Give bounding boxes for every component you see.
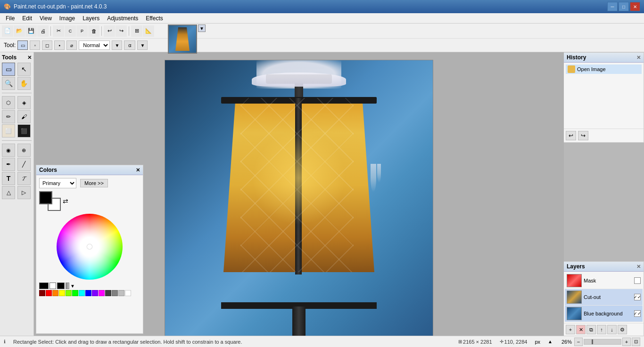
history-item-icon <box>568 65 575 73</box>
history-item-open-image[interactable]: Open Image <box>566 65 642 74</box>
open-button[interactable]: 📂 <box>14 25 25 37</box>
zoom-fit-button[interactable]: ⊡ <box>632 338 640 346</box>
tools-close-icon[interactable]: ✕ <box>27 55 32 61</box>
feather-btn[interactable]: ⌀ <box>66 40 77 50</box>
rect-select-full[interactable]: ▭ <box>17 40 28 50</box>
colors-close-icon[interactable]: ✕ <box>136 167 140 173</box>
tool-line[interactable]: ╱ <box>17 158 31 171</box>
history-close-icon[interactable]: ✕ <box>636 55 641 61</box>
layer-row-blue-background[interactable]: Blue background ✓ <box>565 306 643 322</box>
redo-button[interactable]: ↪ <box>116 25 127 37</box>
color-indicator[interactable] <box>57 282 65 289</box>
palette-dropdown[interactable]: ▼ <box>70 283 75 289</box>
rulers-button[interactable]: 📐 <box>143 25 154 37</box>
swap-colors-icon[interactable]: ⇄ <box>63 197 68 205</box>
undo-button[interactable]: ↩ <box>104 25 115 37</box>
layers-close-icon[interactable]: ✕ <box>636 264 641 270</box>
layer-row-mask[interactable]: Mask <box>565 273 643 289</box>
palette-swatch[interactable] <box>79 290 85 296</box>
color-more-button[interactable]: More >> <box>80 179 108 187</box>
palette-swatch[interactable] <box>99 290 105 296</box>
tool-pencil[interactable]: ✏ <box>2 110 15 123</box>
tool-rectangle-select[interactable]: ▭ <box>2 63 15 76</box>
palette-swatch[interactable] <box>66 290 72 296</box>
tools-panel-header: Tools ✕ <box>2 54 32 61</box>
layer-row-cutout[interactable]: Cut-out ✓ <box>565 289 643 306</box>
layer-up-btn[interactable]: ↑ <box>597 325 606 334</box>
tool-gradient[interactable]: ◈ <box>17 96 31 109</box>
tool-text[interactable]: T <box>2 172 15 185</box>
tool-pixel-eraser[interactable]: ⬛ <box>17 124 31 137</box>
menu-layers[interactable]: Layers <box>79 13 103 23</box>
alpha-btn[interactable]: α <box>124 40 135 50</box>
zoom-slider[interactable] <box>584 339 621 345</box>
color-wheel[interactable] <box>57 214 123 280</box>
rect-select-other[interactable]: ▪ <box>54 40 65 50</box>
tool-paint-bucket[interactable]: ⬡ <box>2 96 15 109</box>
layer-checkbox-blue-background[interactable]: ✓ <box>634 310 641 317</box>
layer-down-btn[interactable]: ↓ <box>607 325 617 334</box>
layer-add-btn[interactable]: + <box>566 325 575 334</box>
delete-button[interactable]: 🗑 <box>88 25 99 37</box>
tool-zoom[interactable]: 🔍 <box>2 77 15 90</box>
layer-duplicate-btn[interactable]: ⧉ <box>586 325 596 334</box>
menu-adjustments[interactable]: Adjustments <box>103 13 142 23</box>
history-undo-btn[interactable]: ↩ <box>566 131 576 140</box>
palette-swatch[interactable] <box>112 290 118 296</box>
paste-button[interactable]: P <box>76 25 88 37</box>
menu-image[interactable]: Image <box>56 13 79 23</box>
tool-shape-text[interactable]: 𝓣 <box>17 172 31 185</box>
new-button[interactable]: 📄 <box>2 25 13 37</box>
maximize-button[interactable]: □ <box>619 2 629 11</box>
layer-checkbox-cutout[interactable]: ✓ <box>634 294 641 300</box>
close-button[interactable]: ✕ <box>630 2 640 11</box>
menu-edit[interactable]: Edit <box>18 13 36 23</box>
alpha-dropdown[interactable]: ▼ <box>137 40 148 50</box>
palette-swatch[interactable] <box>52 290 58 296</box>
layer-delete-btn[interactable]: ✕ <box>576 325 586 334</box>
minimize-button[interactable]: ─ <box>607 2 618 11</box>
zoom-in-button[interactable]: + <box>622 338 631 346</box>
white-swatch[interactable] <box>50 282 56 289</box>
zoom-out-button[interactable]: − <box>574 338 583 346</box>
layer-properties-btn[interactable]: ⚙ <box>618 325 627 334</box>
history-redo-btn[interactable]: ↪ <box>578 131 588 140</box>
tool-pen[interactable]: ✒ <box>2 158 15 171</box>
blend-opt-btn[interactable]: ▼ <box>112 40 122 50</box>
color-mode-select[interactable]: Primary Secondary <box>39 178 76 188</box>
tool-move[interactable]: ↖ <box>17 63 31 76</box>
rect-select-constrain[interactable]: ◻ <box>42 40 52 50</box>
thumbnail-dropdown[interactable]: ▼ <box>198 24 206 32</box>
tool-eraser[interactable]: ⬜ <box>2 124 15 137</box>
palette-swatch[interactable] <box>39 290 45 296</box>
tool-pan[interactable]: ✋ <box>17 77 31 90</box>
palette-swatch[interactable] <box>118 290 124 296</box>
blend-mode-select[interactable]: Normal <box>79 40 110 50</box>
rect-select-fixed[interactable]: ▫ <box>30 40 40 50</box>
save-button[interactable]: 💾 <box>25 25 37 37</box>
cut-button[interactable]: ✂ <box>53 25 64 37</box>
tool-brush[interactable]: 🖌 <box>17 110 31 123</box>
palette-swatch[interactable] <box>125 290 131 296</box>
tool-recolor[interactable]: ⊕ <box>17 144 31 157</box>
palette-swatch[interactable] <box>72 290 78 296</box>
print-button[interactable]: 🖨 <box>37 25 49 37</box>
tools-title: Tools <box>2 54 17 61</box>
layer-checkbox-mask[interactable] <box>634 277 641 284</box>
tool-stamp[interactable]: ◉ <box>2 144 15 157</box>
copy-button[interactable]: C <box>65 25 76 37</box>
palette-swatch[interactable] <box>59 290 65 296</box>
grid-button[interactable]: ⊞ <box>131 25 142 37</box>
tool-options-bar: Tool: ▭ ▫ ◻ ▪ ⌀ Normal ▼ α ▼ <box>0 39 644 52</box>
palette-swatch[interactable] <box>92 290 98 296</box>
menu-view[interactable]: View <box>36 13 56 23</box>
tool-shapes[interactable]: △ <box>2 186 15 199</box>
palette-swatch[interactable] <box>46 290 52 296</box>
tool-rect-shape[interactable]: ▷ <box>17 186 31 199</box>
palette-swatch[interactable] <box>105 290 111 296</box>
menu-effects[interactable]: Effects <box>142 13 166 23</box>
black-swatch[interactable] <box>39 282 49 289</box>
foreground-color-swatch[interactable] <box>39 191 52 204</box>
palette-swatch[interactable] <box>85 290 91 296</box>
menu-file[interactable]: File <box>2 13 18 23</box>
